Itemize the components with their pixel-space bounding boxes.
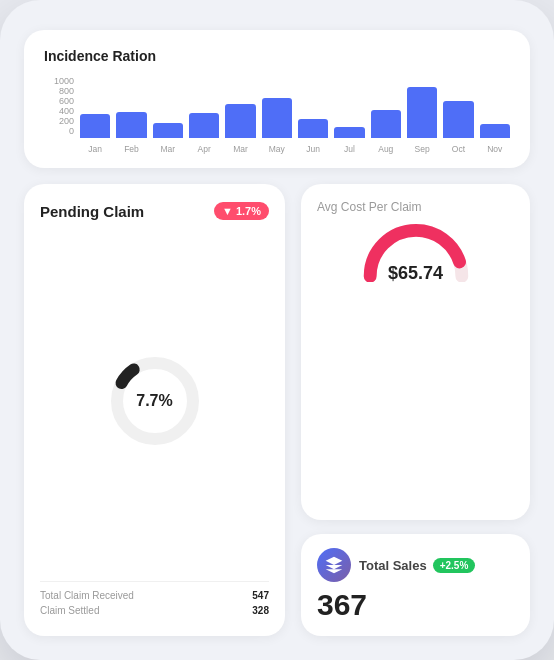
x-label: Mar	[153, 144, 183, 154]
bar[interactable]	[225, 104, 255, 138]
y-label: 400	[59, 106, 74, 116]
total-sales-card: Total Sales +2.5% 367	[301, 534, 530, 636]
stat-label: Claim Settled	[40, 605, 99, 616]
stat-label: Total Claim Received	[40, 590, 134, 601]
sales-header: Total Sales +2.5%	[317, 548, 514, 582]
bar-col	[153, 76, 183, 138]
bar-chart-area: JanFebMarAprMarMayJunJulAugSepOctNov	[80, 76, 510, 154]
bar-col	[80, 76, 110, 138]
donut-label: 7.7%	[136, 392, 172, 410]
bar[interactable]	[80, 114, 110, 138]
chart-title: Incidence Ration	[44, 48, 510, 64]
x-label: Nov	[480, 144, 510, 154]
sales-title: Total Sales	[359, 558, 427, 573]
bar-col	[225, 76, 255, 138]
bar-col	[334, 76, 364, 138]
x-label: Apr	[189, 144, 219, 154]
sales-badge: +2.5%	[433, 558, 476, 573]
gauge-container: $65.74	[317, 220, 514, 282]
bottom-row: Pending Claim ▼ 1.7% 7.7% Total Claim Re…	[24, 184, 530, 636]
x-label: May	[262, 144, 292, 154]
x-label: Jun	[298, 144, 328, 154]
stat-row: Claim Settled328	[40, 605, 269, 616]
pending-header: Pending Claim ▼ 1.7%	[40, 202, 269, 220]
bar-col	[189, 76, 219, 138]
sales-title-row: Total Sales +2.5%	[359, 558, 475, 573]
svg-line-3	[394, 249, 398, 253]
y-label: 1000	[54, 76, 74, 86]
pending-badge: ▼ 1.7%	[214, 202, 269, 220]
svg-line-4	[403, 243, 407, 247]
bar-col	[443, 76, 473, 138]
bar-col	[298, 76, 328, 138]
bar[interactable]	[371, 110, 401, 138]
avg-cost-title: Avg Cost Per Claim	[317, 200, 421, 214]
stat-value: 547	[252, 590, 269, 601]
stat-row: Total Claim Received547	[40, 590, 269, 601]
bar[interactable]	[189, 113, 219, 138]
right-col: Avg Cost Per Claim $65.74	[301, 184, 530, 636]
phone-frame: Incidence Ration 10008006004002000 JanFe…	[0, 0, 554, 660]
x-label: Feb	[116, 144, 146, 154]
avg-cost-card: Avg Cost Per Claim $65.74	[301, 184, 530, 520]
bar[interactable]	[334, 127, 364, 138]
svg-line-2	[386, 256, 390, 260]
bar-col	[116, 76, 146, 138]
sales-icon	[317, 548, 351, 582]
x-label: Aug	[371, 144, 401, 154]
y-label: 0	[69, 126, 74, 136]
sales-value: 367	[317, 588, 514, 622]
y-label: 600	[59, 96, 74, 106]
bar-col	[262, 76, 292, 138]
bar-col	[480, 76, 510, 138]
bar[interactable]	[443, 101, 473, 138]
y-axis: 10008006004002000	[44, 76, 80, 154]
x-labels: JanFebMarAprMarMayJunJulAugSepOctNov	[80, 144, 510, 154]
pending-claim-card: Pending Claim ▼ 1.7% 7.7% Total Claim Re…	[24, 184, 285, 636]
bar-col	[371, 76, 401, 138]
y-label: 800	[59, 86, 74, 96]
bar[interactable]	[116, 112, 146, 138]
bar[interactable]	[298, 119, 328, 138]
y-label: 200	[59, 116, 74, 126]
bar[interactable]	[407, 87, 437, 138]
gauge-value: $65.74	[388, 263, 443, 284]
x-label: Oct	[443, 144, 473, 154]
x-label: Jan	[80, 144, 110, 154]
donut-container: 7.7%	[40, 228, 269, 573]
bars-row	[80, 76, 510, 138]
bar[interactable]	[153, 123, 183, 139]
bar[interactable]	[480, 124, 510, 138]
x-label: Sep	[407, 144, 437, 154]
bar-col	[407, 76, 437, 138]
pending-title: Pending Claim	[40, 203, 144, 220]
bar[interactable]	[262, 98, 292, 138]
pending-stats: Total Claim Received547Claim Settled328	[40, 581, 269, 620]
x-label: Mar	[225, 144, 255, 154]
chart-card: Incidence Ration 10008006004002000 JanFe…	[24, 30, 530, 168]
stat-value: 328	[252, 605, 269, 616]
x-label: Jul	[334, 144, 364, 154]
